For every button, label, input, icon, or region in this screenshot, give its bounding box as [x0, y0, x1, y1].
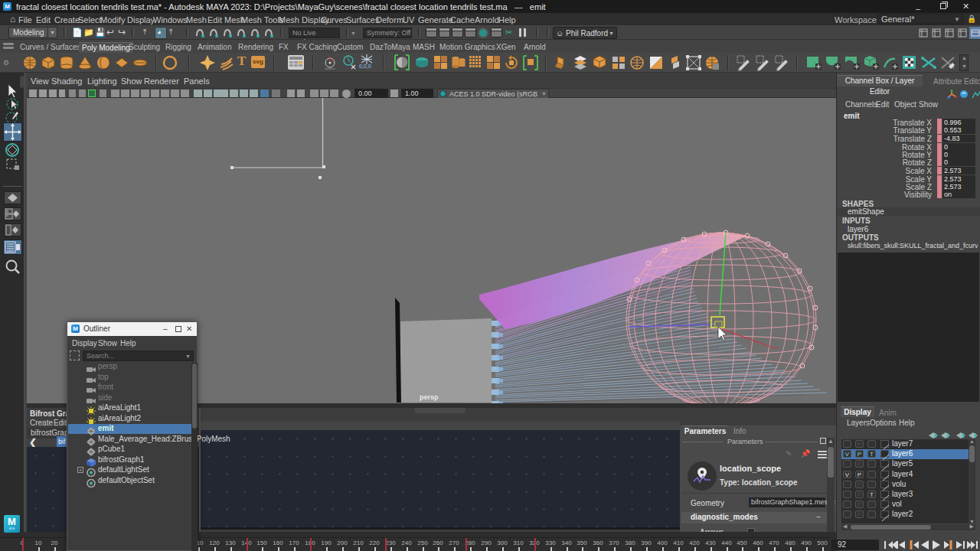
- svg-text:persp: persp: [420, 393, 439, 401]
